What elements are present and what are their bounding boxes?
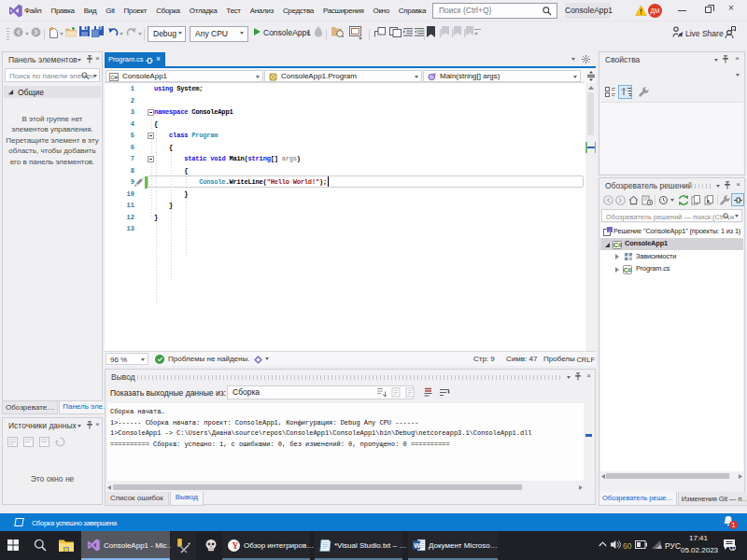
svg-text:C#: C# [110, 75, 118, 80]
svg-text:C#: C# [613, 242, 622, 248]
svg-text:C#: C# [624, 266, 632, 273]
svg-text:W: W [414, 541, 421, 550]
